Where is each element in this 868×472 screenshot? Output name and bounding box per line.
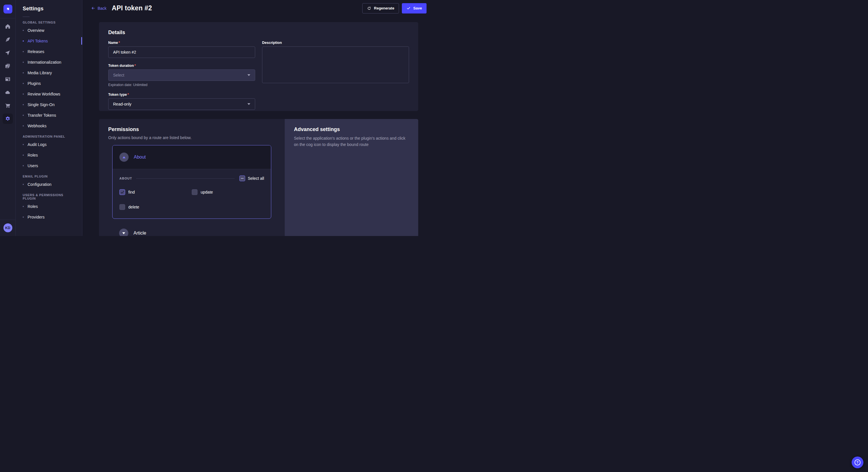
about-accordion: About ABOUT Select all findupdatedelete <box>112 145 271 219</box>
sidebar-item-label: Providers <box>28 215 44 220</box>
rail-nav-media[interactable] <box>3 61 13 71</box>
sidebar-item-roles[interactable]: Roles <box>16 150 82 160</box>
sidebar-item-configuration[interactable]: Configuration <box>16 179 82 190</box>
main-nav-rail: KD <box>0 0 16 236</box>
sidebar-item-audit-logs[interactable]: Audit Logs <box>16 139 82 150</box>
permission-action-delete[interactable]: delete <box>119 204 192 210</box>
required-asterisk: * <box>119 41 120 45</box>
sidebar-sections: GLOBAL SETTINGSOverviewAPI TokensRelease… <box>16 21 82 222</box>
sidebar-item-label: Transfer Tokens <box>28 113 56 117</box>
sidebar-item-api-tokens[interactable]: API Tokens <box>16 36 82 46</box>
description-textarea[interactable] <box>262 46 409 83</box>
save-button[interactable]: Save <box>402 3 427 13</box>
details-grid: Name * Description Token duration * <box>108 41 409 110</box>
permissions-card: Permissions Only actions bound by a rout… <box>99 119 418 236</box>
delete-checkbox[interactable] <box>119 204 125 210</box>
sidebar-item-plugins[interactable]: Plugins <box>16 78 82 89</box>
rail-nav-deploy[interactable] <box>3 47 13 58</box>
sidebar-item-transfer-tokens[interactable]: Transfer Tokens <box>16 110 82 121</box>
page-content: Details Name * Description <box>82 16 434 236</box>
sidebar-item-internationalization[interactable]: Internationalization <box>16 57 82 67</box>
sidebar-item-label: API Tokens <box>28 39 48 43</box>
description-label: Description <box>262 41 409 45</box>
sidebar-title: Settings <box>16 6 82 12</box>
sidebar-item-label: Single Sign-On <box>28 102 55 107</box>
user-avatar[interactable]: KD <box>3 224 12 232</box>
sidebar-item-providers[interactable]: Providers <box>16 212 82 222</box>
token-type-select[interactable]: Read-only <box>108 98 255 110</box>
rail-nav-cloud[interactable] <box>3 87 13 98</box>
sidebar-item-label: Releases <box>28 49 44 54</box>
article-accordion-header[interactable]: Article <box>112 225 271 236</box>
bullet-icon <box>23 206 24 207</box>
sidebar-item-label: Roles <box>28 153 38 158</box>
bullet-icon <box>23 83 24 84</box>
sidebar-item-review-workflows[interactable]: Review Workflows <box>16 89 82 99</box>
permission-action-find[interactable]: find <box>119 189 192 195</box>
token-duration-select[interactable]: Select <box>108 69 255 81</box>
required-asterisk: * <box>127 93 129 97</box>
select-all-control[interactable]: Select all <box>239 175 264 181</box>
expand-toggle-button[interactable] <box>119 229 128 236</box>
find-checkbox[interactable] <box>119 189 125 195</box>
token-duration-label: Token duration * <box>108 64 255 68</box>
bullet-icon <box>23 51 24 52</box>
sidebar-item-releases[interactable]: Releases <box>16 46 82 57</box>
about-accordion-header[interactable]: About <box>113 145 271 169</box>
bullet-icon <box>23 165 24 166</box>
sidebar-item-webhooks[interactable]: Webhooks <box>16 121 82 131</box>
sidebar-section: ADMINISTRATION PANELAudit LogsRolesUsers <box>16 135 82 171</box>
advanced-settings-description: Select the application's actions or the … <box>294 135 409 148</box>
sidebar-item-users[interactable]: Users <box>16 160 82 171</box>
strapi-logo[interactable] <box>3 5 12 13</box>
permissions-panel: Permissions Only actions bound by a rout… <box>99 119 285 236</box>
rail-footer: KD <box>0 220 16 236</box>
rail-nav-builder[interactable] <box>3 74 13 84</box>
article-accordion-label: Article <box>133 231 146 236</box>
bullet-icon <box>23 115 24 116</box>
select-all-checkbox[interactable] <box>239 175 245 181</box>
feather-icon <box>5 37 11 42</box>
sidebar-item-label: Internationalization <box>28 60 61 65</box>
rail-nav-content[interactable] <box>3 34 13 45</box>
back-link[interactable]: Back <box>91 6 106 11</box>
collapse-toggle-button[interactable] <box>119 153 129 162</box>
bullet-icon <box>23 62 24 63</box>
sidebar-item-media-library[interactable]: Media Library <box>16 67 82 78</box>
cart-icon <box>5 103 11 108</box>
about-section-row: ABOUT Select all <box>119 175 264 181</box>
rail-icon-list <box>3 21 13 220</box>
advanced-settings-heading: Advanced settings <box>294 127 409 133</box>
chevron-up-icon <box>123 156 125 158</box>
bullet-icon <box>23 144 24 145</box>
refresh-icon <box>367 6 371 11</box>
sidebar-item-overview[interactable]: Overview <box>16 25 82 36</box>
name-input[interactable] <box>108 46 255 58</box>
select-all-label: Select all <box>248 176 264 181</box>
rail-nav-settings[interactable] <box>3 113 13 124</box>
settings-sidebar: Settings GLOBAL SETTINGSOverviewAPI Toke… <box>16 0 82 236</box>
details-card: Details Name * Description <box>99 22 418 111</box>
permission-actions-grid: findupdatedelete <box>119 189 264 210</box>
sidebar-item-roles[interactable]: Roles <box>16 201 82 212</box>
bullet-icon <box>23 94 24 95</box>
details-heading: Details <box>108 30 409 36</box>
sidebar-item-label: Overview <box>28 28 44 33</box>
paper-plane-icon <box>5 50 11 56</box>
expiration-hint: Expiration date: Unlimited <box>108 83 255 87</box>
header-actions: Regenerate Save <box>362 3 427 13</box>
description-field-group: Description <box>262 41 409 87</box>
rail-nav-marketplace[interactable] <box>3 100 13 111</box>
bullet-icon <box>23 30 24 31</box>
sidebar-section: USERS & PERMISSIONS PLUGINRolesProviders <box>16 193 82 222</box>
about-section-label: ABOUT <box>119 177 132 180</box>
check-icon <box>406 6 411 10</box>
bullet-icon <box>23 125 24 127</box>
update-checkbox[interactable] <box>192 189 197 195</box>
sidebar-item-single-sign-on[interactable]: Single Sign-On <box>16 99 82 110</box>
rail-nav-home[interactable] <box>3 21 13 32</box>
page-title: API token #2 <box>112 4 152 12</box>
permission-action-update[interactable]: update <box>192 189 264 195</box>
regenerate-button[interactable]: Regenerate <box>362 3 399 13</box>
chevron-down-icon <box>247 103 250 105</box>
